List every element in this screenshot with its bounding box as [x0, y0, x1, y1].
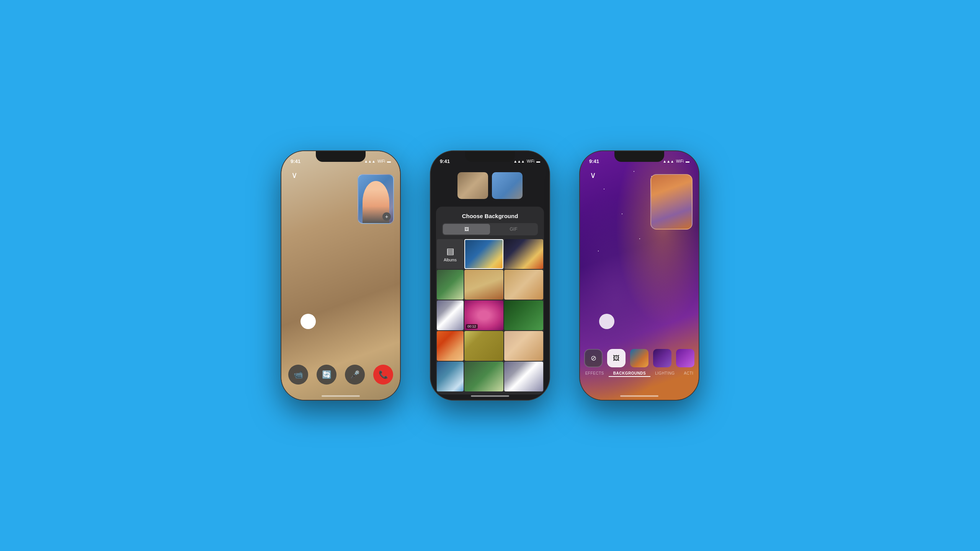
status-icons-right: ▲▲▲ WiFi ▬: [663, 159, 689, 163]
photo-cell-7[interactable]: 00:12: [464, 300, 503, 330]
video-icon: 📹: [294, 370, 303, 379]
right-bottom-controls: ⊘ 🖼 EFFECTS BACKGROUNDS LIGHTING ACTI: [580, 349, 699, 377]
tab-labels-row: EFFECTS BACKGROUNDS LIGHTING ACTI: [580, 371, 699, 377]
pip-thumbnail-left: +: [358, 174, 394, 224]
mic-icon: 🎤: [350, 370, 360, 379]
photo-tab-icon: 🖼: [464, 227, 469, 232]
no-effects-icon: ⊘: [591, 354, 596, 362]
photo-cell-11[interactable]: [504, 331, 543, 361]
backgrounds-label[interactable]: BACKGROUNDS: [609, 371, 651, 377]
video-button[interactable]: 📹: [288, 365, 308, 385]
background-tabs: 🖼 GIF: [442, 223, 538, 235]
home-indicator-left: [322, 395, 360, 397]
photo-cell-13[interactable]: [464, 362, 503, 391]
battery-icon-r: ▬: [686, 159, 689, 163]
star-7: [634, 171, 634, 172]
tab-photos[interactable]: 🖼: [443, 224, 490, 235]
photo-cell-12[interactable]: [437, 362, 464, 391]
phones-container: 9:41 ▲▲▲ WiFi ▬ ∨ + 📹: [281, 151, 699, 400]
signal-icon: ▲▲▲: [364, 159, 376, 163]
battery-icon-c: ▬: [536, 159, 540, 163]
tab-gif[interactable]: GIF: [490, 224, 537, 235]
chevron-down-left[interactable]: ∨: [291, 170, 297, 180]
pip-add-button[interactable]: +: [382, 212, 391, 221]
status-icons-left: ▲▲▲ WiFi ▬: [364, 159, 391, 163]
notch-center: [465, 151, 515, 162]
photo-cell-10[interactable]: [464, 331, 503, 361]
photo-cell-2[interactable]: [504, 239, 543, 269]
notch-left: [316, 151, 366, 162]
albums-cell[interactable]: ▤ Albums: [437, 239, 464, 269]
phone-center: 9:41 ▲▲▲ WiFi ▬ Choose Background 🖼: [431, 151, 549, 400]
video-thumb-1[interactable]: [457, 172, 488, 199]
photo-cell-3[interactable]: [437, 270, 464, 300]
mute-indicator: [301, 314, 316, 329]
mute-indicator-right: [599, 314, 614, 329]
end-call-button[interactable]: 📞: [373, 365, 393, 385]
effects-label[interactable]: EFFECTS: [581, 371, 609, 377]
photo-cell-14[interactable]: [504, 362, 543, 391]
lighting-label[interactable]: LIGHTING: [650, 371, 679, 377]
photo-grid: ▤ Albums 00:12: [436, 239, 544, 391]
effects-none-button[interactable]: ⊘: [584, 349, 603, 367]
time-center: 9:41: [440, 158, 450, 164]
notch-right: [614, 151, 664, 162]
status-icons-center: ▲▲▲ WiFi ▬: [513, 159, 540, 163]
video-duration-badge: 00:12: [466, 324, 478, 329]
star-4: [598, 251, 599, 251]
star-2: [622, 214, 622, 214]
signal-icon-c: ▲▲▲: [513, 159, 525, 163]
choose-background-panel: Choose Background 🖼 GIF ▤ Albums: [436, 207, 544, 395]
phone-right: 9:41 ▲▲▲ WiFi ▬ ∨ ⊘: [580, 151, 699, 400]
backgrounds-icon: 🖼: [613, 354, 620, 362]
screen-left: 9:41 ▲▲▲ WiFi ▬ ∨ + 📹: [281, 151, 400, 400]
photo-cell-1[interactable]: [464, 239, 503, 269]
wifi-icon-r: WiFi: [676, 159, 684, 163]
photo-cell-4[interactable]: [464, 270, 503, 300]
flip-icon: 🔄: [322, 370, 332, 379]
panel-title: Choose Background: [436, 207, 544, 223]
purple-background-option[interactable]: [676, 349, 694, 367]
backgrounds-button[interactable]: 🖼: [607, 349, 626, 367]
space-background-option[interactable]: [653, 349, 671, 367]
signal-icon-r: ▲▲▲: [663, 159, 674, 163]
effect-icons-row: ⊘ 🖼: [580, 349, 699, 367]
gif-tab-label: GIF: [510, 227, 518, 232]
star-6: [639, 238, 640, 239]
albums-label: Albums: [444, 258, 456, 262]
photo-cell-9[interactable]: [437, 331, 464, 361]
photo-cell-8[interactable]: [504, 300, 543, 330]
actions-label[interactable]: ACTI: [679, 371, 698, 377]
star-1: [604, 189, 604, 189]
home-indicator-right: [620, 395, 658, 397]
home-indicator-center: [471, 395, 509, 397]
chevron-down-right[interactable]: ∨: [590, 170, 596, 180]
phone-left: 9:41 ▲▲▲ WiFi ▬ ∨ + 📹: [281, 151, 400, 400]
wifi-icon-c: WiFi: [527, 159, 534, 163]
video-thumbnails: [431, 172, 549, 199]
albums-icon: ▤: [446, 246, 454, 256]
flip-camera-button[interactable]: 🔄: [317, 365, 336, 385]
screen-center: 9:41 ▲▲▲ WiFi ▬ Choose Background 🖼: [431, 151, 549, 400]
screen-right: 9:41 ▲▲▲ WiFi ▬ ∨ ⊘: [580, 151, 699, 400]
call-controls: 📹 🔄 🎤 📞: [281, 365, 400, 385]
time-left: 9:41: [291, 158, 301, 164]
wifi-icon: WiFi: [377, 159, 385, 163]
battery-icon: ▬: [387, 159, 391, 163]
video-thumb-2[interactable]: [492, 172, 523, 199]
end-call-icon: 📞: [379, 370, 388, 379]
pip-thumbnail-right: [650, 174, 693, 230]
microphone-button[interactable]: 🎤: [345, 365, 365, 385]
photo-cell-6[interactable]: [437, 300, 464, 330]
landscape-background-option[interactable]: [630, 349, 648, 367]
photo-cell-5[interactable]: [504, 270, 543, 300]
time-right: 9:41: [589, 158, 599, 164]
